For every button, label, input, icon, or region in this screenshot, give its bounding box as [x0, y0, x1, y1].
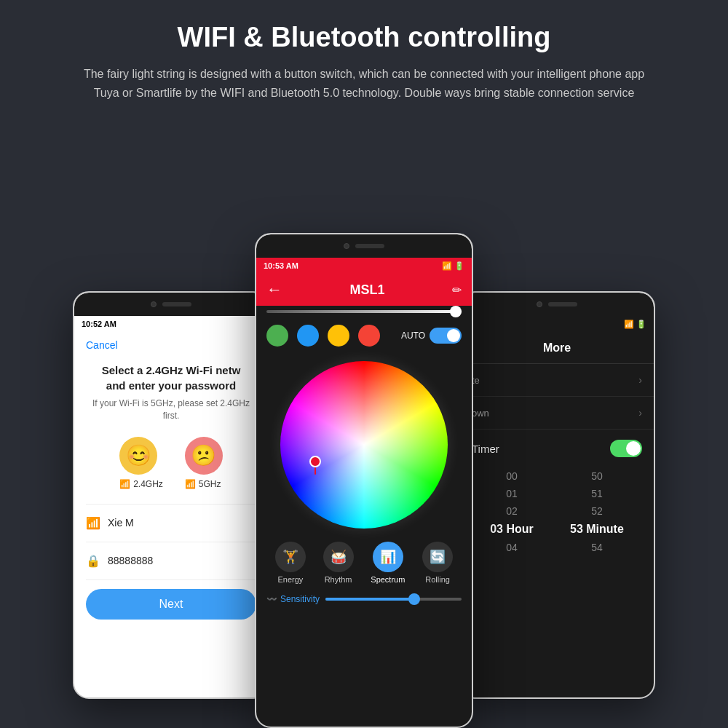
menu-item-2[interactable]: own ›: [460, 397, 654, 430]
hours-column: 00 01 02 03 Hour 04: [490, 467, 534, 556]
timer-section: Timer 00 01 02 03 Hour 04 50 5: [460, 430, 654, 566]
sensitivity-fill: [325, 598, 414, 601]
time-picker: 00 01 02 03 Hour 04 50 51 52 53 Minute 5…: [472, 467, 642, 556]
sensitivity-slider[interactable]: [325, 598, 462, 601]
music-modes: 🏋️ Energy 🥁 Rhythm 📊 Spectrum 🔄 Rolling: [256, 536, 472, 590]
color-dots-row: AUTO: [256, 317, 472, 354]
speaker-right: [548, 302, 577, 306]
phone-right-screen: 📶 🔋 More te › own › Timer: [460, 316, 654, 697]
freq-24: 📶2.4GHz: [119, 479, 163, 489]
wifi-select-title: Select a 2.4GHz Wi-Fi netw and enter you…: [86, 363, 256, 393]
brightness-bar-container: [256, 306, 472, 317]
phone-left: 10:52 AM Cancel Select a 2.4GHz Wi-Fi ne…: [73, 291, 269, 699]
hour-02: 02: [490, 502, 534, 520]
sensitivity-thumb: [408, 593, 420, 605]
status-bar-center: 10:53 AM 📶 🔋: [256, 258, 472, 274]
phone-left-screen: 10:52 AM Cancel Select a 2.4GHz Wi-Fi ne…: [74, 316, 268, 697]
mode-spectrum[interactable]: 📊 Spectrum: [371, 542, 405, 584]
sensitivity-label: 〰️ Sensitivity: [266, 594, 320, 604]
back-button[interactable]: ←: [266, 280, 282, 299]
smiley-sad: 😕: [185, 437, 223, 475]
camera-left: [151, 301, 157, 307]
header-section: WIFI & Bluetooth controlling The fairy l…: [0, 0, 728, 116]
timer-toggle-knob: [626, 441, 641, 456]
min-53[interactable]: 53 Minute: [570, 520, 624, 539]
mode-rhythm-label: Rhythm: [323, 575, 354, 584]
min-51: 51: [570, 485, 624, 502]
chevron-1: ›: [638, 374, 642, 386]
camera-center: [344, 243, 349, 249]
picker-tail: [314, 467, 316, 475]
phones-container: 10:52 AM Cancel Select a 2.4GHz Wi-Fi ne…: [0, 146, 728, 728]
signal-icons-center: 📶 🔋: [442, 261, 464, 271]
color-picker-dot: [308, 456, 323, 476]
top-bar-center: ← MSL1 ✏: [256, 274, 472, 306]
menu-item-1[interactable]: te ›: [460, 364, 654, 397]
min-50: 50: [570, 467, 624, 485]
mode-spectrum-label: Spectrum: [371, 575, 405, 584]
time-center: 10:53 AM: [264, 261, 298, 270]
color-dot-green[interactable]: [266, 325, 288, 347]
network-name: Xie M: [108, 517, 134, 529]
color-dot-blue[interactable]: [297, 325, 319, 347]
timer-row: Timer: [472, 440, 642, 457]
mode-rhythm-icon: 🥁: [323, 542, 354, 572]
status-bar-right: 📶 🔋: [460, 316, 654, 332]
color-wheel[interactable]: [280, 361, 448, 529]
wifi-5ghz-item[interactable]: 😕 📶5GHz: [185, 437, 223, 489]
color-dot-yellow[interactable]: [328, 325, 349, 347]
password-item[interactable]: 🔒 88888888: [86, 547, 256, 575]
phone-top-bar-left: [74, 293, 268, 316]
subtitle: The fairy light string is designed with …: [80, 65, 648, 102]
color-wheel-container: [256, 354, 472, 536]
hour-04: 04: [490, 539, 534, 556]
mode-rolling-label: Rolling: [422, 575, 453, 584]
auto-toggle-switch[interactable]: [430, 328, 462, 344]
phone-top-bar-right: [460, 293, 654, 316]
main-title: WIFI & Bluetooth controlling: [44, 22, 684, 53]
wifi-select-sub: If your Wi-Fi is 5GHz, please set 2.4GHz…: [86, 397, 256, 422]
timer-toggle[interactable]: [610, 440, 642, 457]
lock-icon: 🔒: [86, 554, 100, 568]
menu-text-2: own: [472, 408, 489, 419]
cancel-button[interactable]: Cancel: [86, 339, 256, 351]
mode-rolling[interactable]: 🔄 Rolling: [422, 542, 453, 584]
wifi-icons-row: 😊 📶2.4GHz 😕 📶5GHz: [86, 437, 256, 489]
mode-rhythm[interactable]: 🥁 Rhythm: [323, 542, 354, 584]
next-button[interactable]: Next: [86, 589, 256, 620]
wifi-setup-content: Cancel Select a 2.4GHz Wi-Fi netw and en…: [74, 332, 268, 627]
edit-button[interactable]: ✏: [452, 283, 462, 297]
brightness-thumb: [450, 306, 462, 317]
picker-circle: [309, 456, 321, 467]
camera-right: [537, 301, 542, 307]
mode-energy-label: Energy: [275, 575, 306, 584]
mode-energy[interactable]: 🏋️ Energy: [275, 542, 306, 584]
mode-energy-icon: 🏋️: [275, 542, 306, 572]
chevron-2: ›: [638, 407, 642, 419]
hour-00: 00: [490, 467, 534, 485]
color-dot-red[interactable]: [358, 325, 380, 347]
divider-1: [86, 504, 256, 505]
min-52: 52: [570, 502, 624, 520]
phone-center: 10:53 AM 📶 🔋 ← MSL1 ✏ AUTO: [255, 233, 473, 728]
phone-top-bar-center: [256, 234, 472, 258]
phone-right: 📶 🔋 More te › own › Timer: [459, 291, 655, 699]
wifi-24ghz-item[interactable]: 😊 📶2.4GHz: [119, 437, 163, 489]
mode-rolling-icon: 🔄: [422, 542, 453, 572]
auto-label: AUTO: [401, 331, 425, 341]
signal-icons-right: 📶 🔋: [624, 320, 646, 329]
more-title: More: [543, 341, 571, 355]
network-item[interactable]: 📶 Xie M: [86, 509, 256, 537]
brightness-slider[interactable]: [266, 310, 462, 313]
hour-01: 01: [490, 485, 534, 502]
divider-3: [86, 579, 256, 580]
minutes-column: 50 51 52 53 Minute 54: [570, 467, 624, 556]
hour-03[interactable]: 03 Hour: [490, 520, 534, 539]
toggle-knob: [447, 329, 460, 342]
wifi-icon: 📶: [86, 516, 100, 530]
divider-2: [86, 542, 256, 542]
speaker-center: [355, 244, 384, 248]
time-left: 10:52 AM: [82, 320, 116, 328]
freq-5: 📶5GHz: [185, 479, 223, 489]
min-54: 54: [570, 539, 624, 556]
